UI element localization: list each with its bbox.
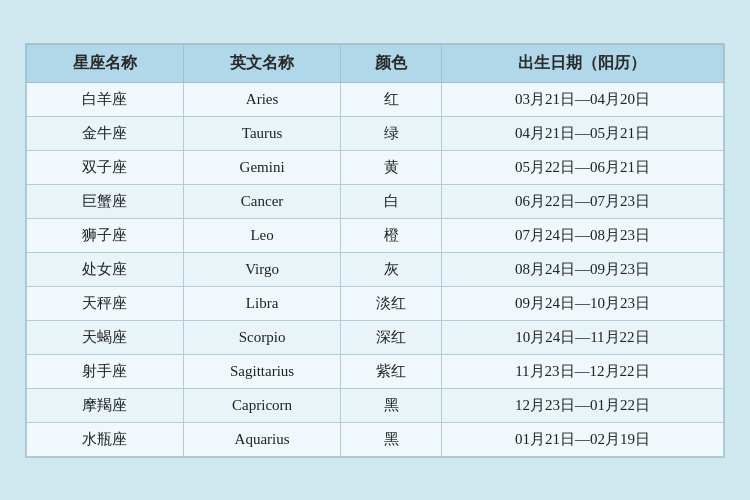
col-header-chinese: 星座名称 [27,44,184,82]
cell-dates: 03月21日—04月20日 [441,82,723,116]
cell-color: 黄 [341,150,442,184]
cell-chinese: 水瓶座 [27,422,184,456]
cell-chinese: 金牛座 [27,116,184,150]
cell-dates: 11月23日—12月22日 [441,354,723,388]
cell-color: 淡红 [341,286,442,320]
table-row: 天秤座Libra淡红09月24日—10月23日 [27,286,724,320]
col-header-color: 颜色 [341,44,442,82]
table-header-row: 星座名称 英文名称 颜色 出生日期（阳历） [27,44,724,82]
cell-chinese: 天蝎座 [27,320,184,354]
cell-dates: 09月24日—10月23日 [441,286,723,320]
cell-chinese: 射手座 [27,354,184,388]
cell-chinese: 白羊座 [27,82,184,116]
cell-english: Aquarius [183,422,340,456]
table-row: 射手座Sagittarius紫红11月23日—12月22日 [27,354,724,388]
cell-english: Aries [183,82,340,116]
cell-english: Capricorn [183,388,340,422]
table-row: 白羊座Aries红03月21日—04月20日 [27,82,724,116]
cell-chinese: 摩羯座 [27,388,184,422]
cell-dates: 08月24日—09月23日 [441,252,723,286]
col-header-dates: 出生日期（阳历） [441,44,723,82]
table-row: 摩羯座Capricorn黑12月23日—01月22日 [27,388,724,422]
cell-chinese: 双子座 [27,150,184,184]
cell-dates: 05月22日—06月21日 [441,150,723,184]
table-row: 水瓶座Aquarius黑01月21日—02月19日 [27,422,724,456]
cell-color: 灰 [341,252,442,286]
cell-dates: 10月24日—11月22日 [441,320,723,354]
col-header-english: 英文名称 [183,44,340,82]
cell-color: 紫红 [341,354,442,388]
cell-dates: 06月22日—07月23日 [441,184,723,218]
cell-english: Leo [183,218,340,252]
cell-color: 黑 [341,422,442,456]
cell-color: 白 [341,184,442,218]
cell-color: 黑 [341,388,442,422]
cell-english: Cancer [183,184,340,218]
table-row: 巨蟹座Cancer白06月22日—07月23日 [27,184,724,218]
table-row: 金牛座Taurus绿04月21日—05月21日 [27,116,724,150]
cell-chinese: 天秤座 [27,286,184,320]
cell-english: Taurus [183,116,340,150]
cell-dates: 07月24日—08月23日 [441,218,723,252]
cell-chinese: 处女座 [27,252,184,286]
cell-color: 绿 [341,116,442,150]
cell-color: 红 [341,82,442,116]
cell-dates: 01月21日—02月19日 [441,422,723,456]
cell-dates: 12月23日—01月22日 [441,388,723,422]
cell-chinese: 狮子座 [27,218,184,252]
table-row: 狮子座Leo橙07月24日—08月23日 [27,218,724,252]
zodiac-table: 星座名称 英文名称 颜色 出生日期（阳历） 白羊座Aries红03月21日—04… [26,44,724,457]
table-body: 白羊座Aries红03月21日—04月20日金牛座Taurus绿04月21日—0… [27,82,724,456]
cell-english: Sagittarius [183,354,340,388]
cell-dates: 04月21日—05月21日 [441,116,723,150]
cell-color: 橙 [341,218,442,252]
table-row: 天蝎座Scorpio深红10月24日—11月22日 [27,320,724,354]
cell-english: Gemini [183,150,340,184]
table-row: 处女座Virgo灰08月24日—09月23日 [27,252,724,286]
cell-color: 深红 [341,320,442,354]
cell-english: Scorpio [183,320,340,354]
cell-english: Libra [183,286,340,320]
table-row: 双子座Gemini黄05月22日—06月21日 [27,150,724,184]
cell-english: Virgo [183,252,340,286]
zodiac-table-container: 星座名称 英文名称 颜色 出生日期（阳历） 白羊座Aries红03月21日—04… [25,43,725,458]
cell-chinese: 巨蟹座 [27,184,184,218]
